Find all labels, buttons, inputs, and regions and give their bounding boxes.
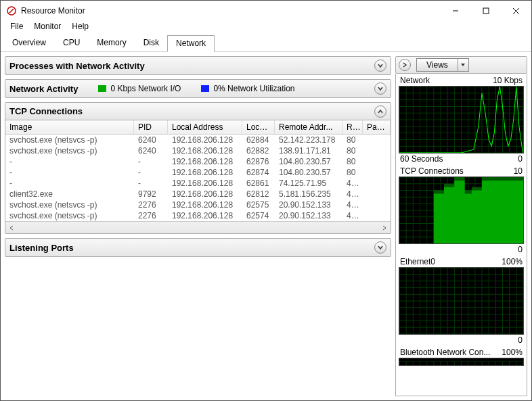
scroll-right-icon[interactable] — [378, 222, 391, 234]
cell-laddr: 192.168.206.128 — [168, 189, 242, 199]
cell-pid: 2276 — [134, 210, 168, 221]
views-bar: Views — [395, 56, 527, 74]
cell-laddr: 192.168.206.128 — [168, 178, 242, 189]
minimize-button[interactable] — [440, 1, 470, 21]
chart-bluetooth: Bluetooth Network Con...100% — [399, 347, 524, 366]
cell-raddr: 104.80.230.57 — [275, 156, 342, 167]
chart-network-footer-right: 0 — [518, 154, 523, 164]
scroll-left-icon[interactable] — [5, 222, 18, 234]
col-local-addr[interactable]: Local Address — [168, 120, 242, 134]
chart-eth-scale: 100% — [502, 257, 523, 266]
col-packet[interactable]: Packe... — [363, 120, 391, 134]
chevron-down-icon[interactable] — [374, 82, 386, 95]
menubar: File Monitor Help — [1, 21, 531, 34]
chart-network-footer-left: 60 Seconds — [400, 154, 443, 164]
chart-tcp-label: TCP Connections — [400, 166, 464, 176]
table-row[interactable]: svchost.exe (netsvcs -p)2276192.168.206.… — [5, 199, 391, 210]
chart-network-plot — [399, 86, 524, 154]
legend-io-icon — [98, 85, 106, 92]
cell-laddr: 192.168.206.128 — [168, 145, 242, 156]
panel-tcp-header[interactable]: TCP Connections — [5, 103, 391, 120]
panel-processes-header[interactable]: Processes with Network Activity — [5, 57, 391, 74]
cell-rport: 443 — [342, 178, 363, 189]
panel-processes-title: Processes with Network Activity — [9, 61, 145, 71]
chart-network: Network10 Kbps 60 Seconds0 — [399, 75, 524, 164]
col-image[interactable]: Image — [5, 120, 134, 134]
cell-image: - — [5, 156, 134, 167]
cell-laddr: 192.168.206.128 — [168, 210, 242, 221]
cell-pid: 6240 — [134, 145, 168, 156]
cell-rport: 443 — [342, 189, 363, 199]
cell-laddr: 192.168.206.128 — [168, 199, 242, 210]
panel-ports-header[interactable]: Listening Ports — [5, 239, 391, 256]
tab-cpu[interactable]: CPU — [54, 34, 89, 51]
cell-image: - — [5, 178, 134, 189]
chart-bt-label: Bluetooth Network Con... — [400, 348, 490, 357]
menu-help[interactable]: Help — [66, 21, 94, 34]
cell-rport: 443 — [342, 210, 363, 221]
chevron-up-icon[interactable] — [374, 105, 386, 118]
tab-disk[interactable]: Disk — [135, 34, 168, 51]
cell-rport: 443 — [342, 199, 363, 210]
cell-raddr: 52.142.223.178 — [275, 135, 342, 145]
cell-lport: 62812 — [242, 189, 275, 199]
chevron-down-icon[interactable] — [374, 241, 386, 254]
panel-activity-header[interactable]: Network Activity 0 Kbps Network I/O 0% N… — [5, 80, 391, 97]
table-row[interactable]: svchost.exe (netsvcs -p)6240192.168.206.… — [5, 145, 391, 156]
cell-image: svchost.exe (netsvcs -p) — [5, 210, 134, 221]
col-remote-port[interactable]: R... — [342, 120, 363, 134]
cell-raddr: 104.80.230.57 — [275, 167, 342, 178]
window-title: Resource Monitor — [21, 6, 440, 16]
table-row[interactable]: svchost.exe (netsvcs -p)2276192.168.206.… — [5, 210, 391, 221]
cell-lport: 62861 — [242, 178, 275, 189]
panel-tcp: TCP Connections Image PID Local Address … — [5, 102, 391, 234]
table-row[interactable]: --192.168.206.12862874104.80.230.5780 — [5, 167, 391, 178]
chart-tcp: TCP Connections10 0 — [399, 166, 524, 255]
cell-lport: 62874 — [242, 167, 275, 178]
cell-raddr: 5.181.156.235 — [275, 189, 342, 199]
table-row[interactable]: client32.exe9792192.168.206.128628125.18… — [5, 189, 391, 199]
cell-lport: 62876 — [242, 156, 275, 167]
cell-image: svchost.exe (netsvcs -p) — [5, 135, 134, 145]
horizontal-scrollbar[interactable] — [5, 221, 391, 233]
chart-bt-scale: 100% — [502, 348, 523, 357]
cell-pid: - — [134, 167, 168, 178]
cell-pid: 2276 — [134, 199, 168, 210]
svg-rect-2 — [483, 8, 489, 14]
maximize-button[interactable] — [470, 1, 501, 21]
table-row[interactable]: --192.168.206.1286286174.125.71.95443 — [5, 178, 391, 189]
panel-ports-title: Listening Ports — [9, 243, 74, 253]
cell-lport: 62575 — [242, 199, 275, 210]
chart-eth-plot — [399, 267, 524, 335]
cell-lport: 62884 — [242, 135, 275, 145]
chart-ethernet: Ethernet0100% 0 — [399, 256, 524, 346]
menu-monitor[interactable]: Monitor — [28, 21, 66, 34]
table-row[interactable]: svchost.exe (netsvcs -p)6240192.168.206.… — [5, 135, 391, 145]
cell-image: svchost.exe (netsvcs -p) — [5, 199, 134, 210]
tab-network[interactable]: Network — [167, 35, 215, 52]
cell-pid: 9792 — [134, 189, 168, 199]
cell-pid: - — [134, 156, 168, 167]
cell-lport: 62574 — [242, 210, 275, 221]
col-local-port[interactable]: Loca... — [242, 120, 275, 134]
menu-file[interactable]: File — [5, 21, 28, 34]
legend-util-icon — [201, 85, 209, 92]
chevron-right-icon[interactable] — [399, 59, 411, 71]
dropdown-icon[interactable] — [458, 59, 468, 71]
cell-raddr: 20.90.152.133 — [275, 199, 342, 210]
chevron-down-icon[interactable] — [374, 60, 386, 72]
tab-overview[interactable]: Overview — [3, 34, 55, 51]
col-pid[interactable]: PID — [134, 120, 168, 134]
cell-image: - — [5, 167, 134, 178]
cell-raddr: 20.90.152.133 — [275, 210, 342, 221]
views-button[interactable]: Views — [416, 58, 469, 72]
views-label: Views — [417, 60, 458, 70]
cell-rport: 80 — [342, 156, 363, 167]
cell-image: client32.exe — [5, 189, 134, 199]
col-remote-addr[interactable]: Remote Addr... — [275, 120, 342, 134]
tab-memory[interactable]: Memory — [88, 34, 135, 51]
close-button[interactable] — [501, 1, 531, 21]
panel-processes: Processes with Network Activity — [5, 56, 391, 75]
table-row[interactable]: --192.168.206.12862876104.80.230.5780 — [5, 156, 391, 167]
panel-ports: Listening Ports — [5, 238, 391, 257]
